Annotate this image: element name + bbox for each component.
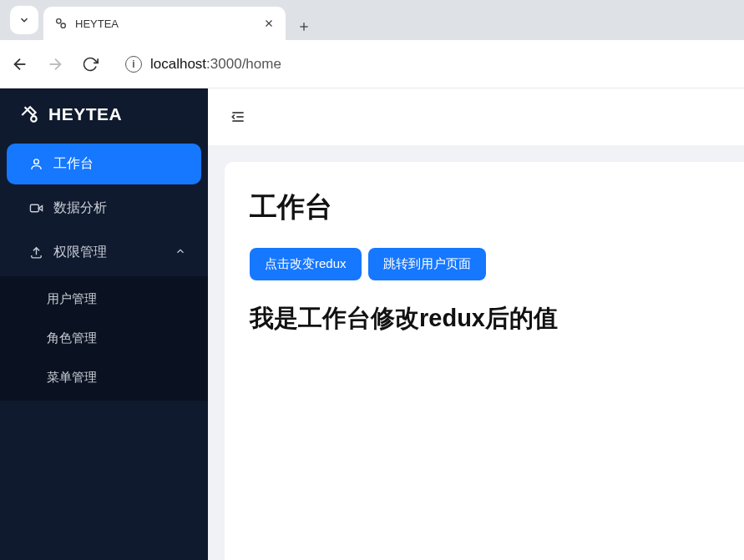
content-wrap: 工作台 点击改变redux 跳转到用户页面 我是工作台修改redux后的值 (208, 145, 744, 560)
submenu-item-roles[interactable]: 角色管理 (0, 319, 208, 358)
browser-tab[interactable]: HEYTEA (43, 7, 286, 40)
reload-icon (82, 56, 99, 73)
submenu-permissions: 用户管理 角色管理 菜单管理 (0, 276, 208, 401)
svg-point-0 (57, 19, 61, 23)
new-tab-button[interactable] (291, 13, 317, 40)
change-redux-button[interactable]: 点击改变redux (250, 248, 362, 280)
user-icon (28, 157, 43, 172)
tab-bar: HEYTEA (0, 0, 744, 40)
site-info-icon[interactable]: i (125, 56, 142, 73)
nav-bar: i localhost:3000/home (0, 40, 744, 88)
reload-button[interactable] (80, 54, 100, 74)
sidebar-toggle-button[interactable] (230, 108, 246, 125)
video-icon (28, 201, 43, 216)
content-card: 工作台 点击改变redux 跳转到用户页面 我是工作台修改redux后的值 (225, 162, 744, 560)
sidebar-item-label: 权限管理 (53, 244, 107, 261)
submenu-item-label: 用户管理 (47, 291, 97, 305)
chevron-down-icon (18, 14, 30, 26)
back-button[interactable] (10, 54, 30, 74)
brand-icon (18, 103, 40, 125)
arrow-left-icon (11, 55, 29, 73)
submenu-item-label: 菜单管理 (47, 370, 97, 384)
chevron-up-icon (175, 245, 186, 260)
sidebar-item-label: 工作台 (53, 155, 94, 173)
svg-point-8 (31, 116, 36, 122)
browser-chrome: HEYTEA i localhost:3000/home (0, 0, 744, 88)
sidebar: HEYTEA 工作台 数据分析 权限管理 (0, 88, 208, 560)
close-icon (263, 18, 275, 29)
goto-user-button[interactable]: 跳转到用户页面 (368, 248, 486, 280)
svg-point-9 (33, 159, 38, 164)
url-text: localhost:3000/home (150, 56, 281, 73)
sidebar-item-analytics[interactable]: 数据分析 (7, 188, 201, 229)
main: 工作台 点击改变redux 跳转到用户页面 我是工作台修改redux后的值 (208, 88, 744, 560)
submenu-item-users[interactable]: 用户管理 (0, 280, 208, 319)
sidebar-item-label: 数据分析 (53, 199, 107, 217)
page-title: 工作台 (250, 189, 719, 226)
close-tab-button[interactable] (262, 17, 276, 30)
sidebar-item-workbench[interactable]: 工作台 (7, 144, 201, 184)
tab-favicon (53, 16, 68, 31)
menu-fold-icon (230, 108, 246, 125)
tab-title: HEYTEA (75, 18, 256, 30)
sidebar-item-permissions[interactable]: 权限管理 (7, 232, 201, 273)
submenu-item-menus[interactable]: 菜单管理 (0, 358, 208, 397)
svg-rect-10 (30, 204, 38, 212)
arrow-right-icon (46, 55, 64, 73)
brand-name: HEYTEA (48, 104, 122, 124)
plus-icon (297, 20, 311, 33)
svg-point-1 (61, 23, 65, 28)
app: HEYTEA 工作台 数据分析 权限管理 (0, 88, 744, 560)
forward-button[interactable] (45, 54, 65, 74)
submenu-item-label: 角色管理 (47, 330, 97, 345)
topbar (208, 88, 744, 145)
address-bar[interactable]: i localhost:3000/home (115, 48, 734, 80)
upload-icon (28, 245, 43, 260)
sidebar-menu: 工作台 数据分析 权限管理 (0, 139, 208, 273)
sub-heading: 我是工作台修改redux后的值 (250, 302, 719, 335)
sidebar-header: HEYTEA (0, 88, 208, 139)
tab-search-button[interactable] (10, 6, 38, 34)
button-row: 点击改变redux 跳转到用户页面 (250, 248, 719, 280)
